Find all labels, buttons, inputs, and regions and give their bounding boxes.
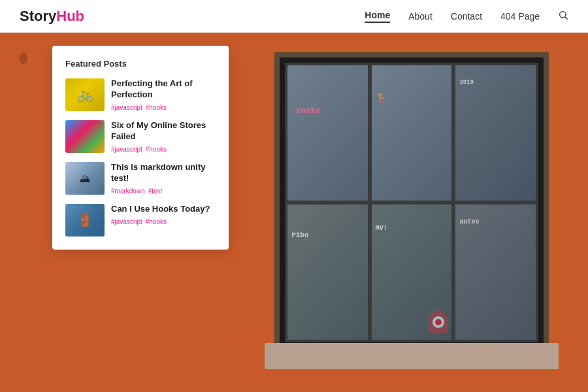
tag-javascript-1[interactable]: #javascript xyxy=(111,104,142,111)
post-thumbnail-1 xyxy=(65,78,105,111)
window-decoration: snake 🦌 2019 Pibo MV! xyxy=(274,52,549,353)
window-pane-6: autos xyxy=(455,204,536,340)
main-nav: Home About Contact 404 Page xyxy=(365,10,568,23)
site-logo[interactable]: StoryHub xyxy=(20,8,84,25)
window-inner-frame: snake 🦌 2019 Pibo MV! xyxy=(280,57,544,348)
featured-section-title: Featured Posts xyxy=(65,59,216,69)
post-tags-1: #javascript #hooks xyxy=(111,104,216,111)
window-outer-frame: snake 🦌 2019 Pibo MV! xyxy=(274,52,549,353)
window-pane-5: MV! xyxy=(372,204,452,340)
site-header: StoryHub Home About Contact 404 Page xyxy=(0,0,588,33)
tag-javascript-2[interactable]: #javascript xyxy=(111,146,142,153)
post-info-2: Six of My Online Stores Failed #javascri… xyxy=(111,120,216,153)
window-pane-2: 🦌 xyxy=(372,65,452,201)
svg-point-0 xyxy=(560,11,566,17)
wall-texture xyxy=(20,52,27,64)
logo-story: Story xyxy=(20,8,56,24)
post-info-3: This is markdown unity test! #markdown #… xyxy=(111,162,216,195)
post-thumbnail-3 xyxy=(65,162,105,195)
search-button[interactable] xyxy=(558,10,568,23)
post-tags-4: #javascript #hooks xyxy=(111,218,216,225)
post-item-3[interactable]: This is markdown unity test! #markdown #… xyxy=(65,162,216,195)
window-pane-1: snake xyxy=(287,65,368,201)
nav-about[interactable]: About xyxy=(408,11,433,22)
nav-contact[interactable]: Contact xyxy=(451,11,482,22)
post-thumbnail-4 xyxy=(65,204,105,237)
tag-hooks-4[interactable]: #hooks xyxy=(146,218,167,225)
post-title-4[interactable]: Can I Use Hooks Today? xyxy=(111,204,216,215)
nav-home[interactable]: Home xyxy=(365,10,390,23)
post-item-4[interactable]: Can I Use Hooks Today? #javascript #hook… xyxy=(65,204,216,237)
post-tags-3: #markdown #test xyxy=(111,188,216,195)
nav-404[interactable]: 404 Page xyxy=(500,11,540,22)
hero-section: snake 🦌 2019 Pibo MV! xyxy=(0,33,588,392)
tag-hooks-1[interactable]: #hooks xyxy=(146,104,167,111)
post-info-1: Perfecting the Art of Perfection #javasc… xyxy=(111,78,216,111)
featured-posts-card: Featured Posts Perfecting the Art of Per… xyxy=(52,46,229,250)
logo-hub: Hub xyxy=(56,8,84,24)
post-tags-2: #javascript #hooks xyxy=(111,146,216,153)
post-item-1[interactable]: Perfecting the Art of Perfection #javasc… xyxy=(65,78,216,111)
post-info-4: Can I Use Hooks Today? #javascript #hook… xyxy=(111,204,216,225)
window-pane-3: 2019 xyxy=(455,65,536,201)
post-title-1[interactable]: Perfecting the Art of Perfection xyxy=(111,78,216,101)
svg-line-1 xyxy=(565,17,568,20)
post-thumbnail-2 xyxy=(65,120,105,153)
search-icon xyxy=(558,10,568,20)
window-sill xyxy=(265,343,559,369)
tag-javascript-4[interactable]: #javascript xyxy=(111,218,142,225)
tag-hooks-2[interactable]: #hooks xyxy=(146,146,167,153)
post-title-3[interactable]: This is markdown unity test! xyxy=(111,162,216,184)
window-pane-4: Pibo xyxy=(287,204,368,340)
post-item-2[interactable]: Six of My Online Stores Failed #javascri… xyxy=(65,120,216,153)
tag-markdown[interactable]: #markdown xyxy=(111,188,145,195)
window-glass: snake 🦌 2019 Pibo MV! xyxy=(285,63,538,342)
tag-test[interactable]: #test xyxy=(148,188,163,195)
post-title-2[interactable]: Six of My Online Stores Failed xyxy=(111,120,216,142)
